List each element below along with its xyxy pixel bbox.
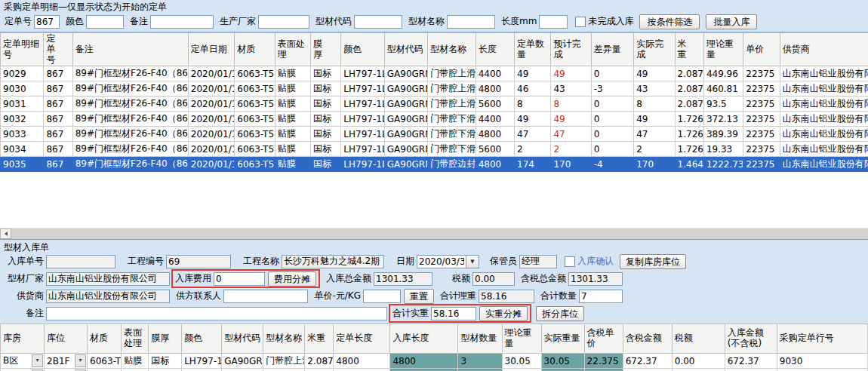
cell[interactable]: 0.00 bbox=[672, 354, 725, 369]
cell[interactable]: 贴膜 bbox=[275, 127, 310, 142]
cell[interactable]: 372.13 bbox=[703, 112, 743, 127]
cell[interactable]: 28.11 bbox=[502, 369, 541, 371]
cell[interactable]: 6063-T5 bbox=[235, 97, 275, 112]
cell[interactable]: -3 bbox=[591, 81, 633, 97]
cell[interactable]: 449.96 bbox=[703, 66, 743, 81]
cell[interactable]: 国标 bbox=[311, 142, 341, 157]
cell[interactable]: 867 bbox=[44, 97, 72, 112]
cell[interactable]: 2 bbox=[551, 142, 591, 157]
cell[interactable]: 30.05 bbox=[502, 354, 541, 369]
cell[interactable]: 2.087 bbox=[675, 97, 703, 112]
cell[interactable]: 山东南山铝业股份有限公司 bbox=[780, 97, 868, 112]
column-header[interactable]: 颜色 bbox=[182, 324, 222, 354]
table-row[interactable]: 903586789#门框型材F26-F40（866+867）2020/01/13… bbox=[1, 157, 868, 172]
cell[interactable]: 867 bbox=[44, 157, 72, 172]
cell[interactable]: 贴膜 bbox=[275, 81, 310, 97]
factory-field[interactable] bbox=[46, 272, 170, 286]
cell[interactable]: 4800 bbox=[476, 157, 514, 172]
cell[interactable]: 43 bbox=[551, 81, 591, 97]
cell[interactable]: 国标 bbox=[149, 354, 182, 369]
cell[interactable]: 22375 bbox=[743, 81, 780, 97]
cell[interactable]: 2.087 bbox=[305, 354, 334, 369]
cell[interactable]: 49 bbox=[515, 112, 551, 127]
cell[interactable]: 4400 bbox=[476, 112, 514, 127]
split-location-button[interactable]: 拆分库位 bbox=[536, 306, 584, 321]
column-header[interactable]: 理论重量 bbox=[502, 324, 541, 354]
cell[interactable]: 国标 bbox=[311, 127, 341, 142]
cell[interactable]: 门带腔下滑 bbox=[428, 127, 476, 142]
cell[interactable]: 贴膜 bbox=[275, 66, 310, 81]
cell[interactable]: GA90GRM04 bbox=[384, 127, 427, 142]
cell[interactable]: 89#门框型材F26-F40（866+867） bbox=[72, 81, 188, 97]
cell[interactable]: 628.96 bbox=[725, 369, 777, 371]
column-header[interactable]: 库位 bbox=[45, 324, 88, 354]
column-header[interactable]: 定单长度 bbox=[334, 324, 390, 354]
supplier-field[interactable] bbox=[46, 290, 170, 303]
cell[interactable]: 山东南山铝业股份有限公司 bbox=[780, 157, 868, 172]
cell[interactable]: 6063-T5 bbox=[88, 369, 122, 371]
table-row[interactable]: 903386789#门框型材F26-F40（866+867）2020/01/13… bbox=[1, 127, 868, 142]
cell[interactable]: GA90GRM04 bbox=[384, 112, 427, 127]
cell[interactable]: 山东南山铝业股份有限公司 bbox=[780, 127, 868, 142]
cell[interactable]: 22375 bbox=[743, 112, 780, 127]
cell[interactable]: 867 bbox=[44, 81, 72, 97]
table-row[interactable]: 903186789#门框型材F26-F40（866+867）2020/01/13… bbox=[1, 97, 868, 112]
cell[interactable]: 贴膜 bbox=[275, 112, 310, 127]
cell[interactable]: 22375 bbox=[743, 142, 780, 157]
cell[interactable]: 2 bbox=[515, 142, 551, 157]
column-header[interactable]: 采购定单行号 bbox=[777, 324, 867, 354]
cell[interactable]: 3 bbox=[458, 354, 502, 369]
cell[interactable]: GA90GRM03 bbox=[384, 97, 427, 112]
cell[interactable]: B区▾ bbox=[1, 369, 45, 371]
column-header[interactable]: 定单日期 bbox=[188, 33, 234, 66]
cell[interactable]: 49 bbox=[551, 66, 591, 81]
cell[interactable]: LH797-1LL0 bbox=[341, 81, 384, 97]
cell[interactable]: 门带腔边封 bbox=[428, 157, 476, 172]
cell[interactable]: 5600 bbox=[476, 97, 514, 112]
column-header[interactable]: 备注 bbox=[72, 33, 188, 66]
cell[interactable]: 门带腔上滑 bbox=[428, 97, 476, 112]
cell[interactable]: 867 bbox=[44, 112, 72, 127]
cell[interactable]: 1.726 bbox=[675, 127, 703, 142]
cell[interactable]: 170 bbox=[551, 157, 591, 172]
column-header[interactable]: 米重 bbox=[675, 33, 703, 66]
cell[interactable]: 1.464 bbox=[675, 157, 703, 172]
cell[interactable]: 89#门框型材F26-F40（866+867） bbox=[72, 112, 188, 127]
column-header[interactable]: 实际重量 bbox=[541, 324, 584, 354]
batch-storein-button[interactable]: 批量入库 bbox=[706, 14, 757, 29]
cell[interactable]: 4800 bbox=[476, 127, 514, 142]
column-header[interactable]: 定单数量 bbox=[515, 33, 551, 66]
cell[interactable]: 8 bbox=[551, 97, 591, 112]
scroll-left-button[interactable] bbox=[0, 228, 11, 239]
cell[interactable]: 9035 bbox=[777, 369, 867, 371]
cell[interactable]: LH797-1LL0 bbox=[341, 157, 384, 172]
cell[interactable]: 国标 bbox=[311, 97, 341, 112]
cell[interactable]: 门带腔下滑 bbox=[428, 112, 476, 127]
cell[interactable]: 2020/01/13 bbox=[188, 97, 234, 112]
cell[interactable]: GA90GRM04 bbox=[384, 142, 427, 157]
cell[interactable]: 2020/01/13 bbox=[188, 112, 234, 127]
date-field[interactable] bbox=[417, 255, 466, 268]
length-filter-input[interactable] bbox=[539, 15, 568, 29]
cell[interactable]: 174 bbox=[515, 157, 551, 172]
cell[interactable]: 170 bbox=[634, 157, 675, 172]
cell[interactable]: 2020/01/13 bbox=[188, 127, 234, 142]
cell[interactable]: 5600 bbox=[476, 142, 514, 157]
column-header[interactable]: 膜厚 bbox=[149, 324, 182, 354]
cell[interactable]: 1.464 bbox=[305, 369, 334, 371]
cell[interactable]: 4800 bbox=[334, 369, 390, 371]
cell[interactable]: 4800 bbox=[390, 354, 458, 369]
cell[interactable]: 4 bbox=[458, 369, 502, 371]
cell[interactable]: LH797-1LL0 bbox=[341, 142, 384, 157]
cell[interactable]: 93.5 bbox=[703, 97, 743, 112]
tax-total-field[interactable] bbox=[568, 272, 623, 286]
cell[interactable]: 46 bbox=[515, 81, 551, 97]
cell[interactable]: 672.37 bbox=[623, 354, 672, 369]
theory-weight-field[interactable] bbox=[479, 290, 534, 303]
cell[interactable]: 1.726 bbox=[675, 112, 703, 127]
cell[interactable]: GA90GRM05 bbox=[384, 157, 427, 172]
cell[interactable]: 6063-T5 bbox=[235, 142, 275, 157]
cell[interactable]: 89#门框型材F26-F40（866+867） bbox=[72, 66, 188, 81]
horizontal-scrollbar[interactable] bbox=[0, 228, 868, 239]
cell[interactable]: 2.087 bbox=[675, 66, 703, 81]
